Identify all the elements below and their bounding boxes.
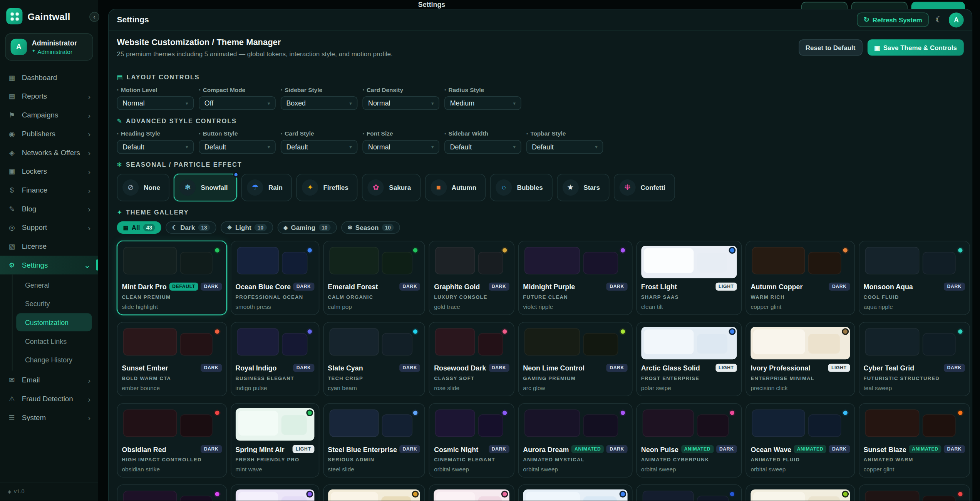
theme-card-graphite-gold[interactable]: Graphite GoldDARKLUXURY CONSOLEgold trac… <box>429 241 514 315</box>
sidebar-item-blog[interactable]: ✎Blog› <box>0 199 98 218</box>
theme-card-monsoon-aqua[interactable]: Monsoon AquaDARKCOOL FLUIDaqua ripple <box>859 241 970 315</box>
theme-card-aurora-dream[interactable]: Aurora DreamANIMATEDDARKANIMATED MYSTICA… <box>518 403 632 478</box>
theme-category: FUTURISTIC STRUCTURED <box>864 375 965 381</box>
theme-card-slate-cyan[interactable]: Slate CyanDARKTECH CRISPcyan beam <box>323 322 425 396</box>
profile-card[interactable]: A Administrator ✦Administrator <box>5 33 93 60</box>
theme-card-midnight-purple[interactable]: Midnight PurpleDARKFUTURE CLEANviolet ri… <box>518 241 632 315</box>
sidebar-style-select[interactable]: Boxed▾ <box>281 96 358 110</box>
sidebar-subitem-customization[interactable]: Customization <box>16 313 92 331</box>
theme-name-row: Rosewood DarkDARK <box>434 364 509 372</box>
profile-role: ✦Administrator <box>32 48 77 55</box>
filter-season[interactable]: ❄Season10 <box>341 221 400 234</box>
theme-card-spring-mint-air[interactable]: Spring Mint AirLIGHTFRESH FRIENDLY PROmi… <box>230 403 319 478</box>
particle-option-bubbles[interactable]: ○Bubbles <box>490 174 552 201</box>
reset-to-default-button[interactable]: Reset to Default <box>799 39 862 55</box>
sidebar-item-lockers[interactable]: ▣Lockers› <box>0 162 98 181</box>
theme-card-partial[interactable] <box>518 484 632 501</box>
theme-card-mint-dark-pro[interactable]: Mint Dark ProDEFAULTDARKCLEAN PREMIUMsli… <box>117 241 227 315</box>
particle-option-sakura[interactable]: ✿Sakura <box>362 174 420 201</box>
app-root: Settings Gaintwall ‹ A Administrator ✦Ad… <box>0 0 980 501</box>
theme-card-ivory-professional[interactable]: Ivory ProfessionalLIGHTENTERPRISE MINIMA… <box>746 322 855 396</box>
theme-card-sunset-ember[interactable]: Sunset EmberDARKBOLD WARM CTAember bounc… <box>117 322 227 396</box>
theme-card-partial[interactable] <box>859 484 970 501</box>
sidebar-item-system[interactable]: ☰System› <box>0 408 98 427</box>
particle-option-snowfall[interactable]: ❄Snowfall <box>174 174 237 201</box>
theme-card-obsidian-red[interactable]: Obsidian RedDARKHIGH IMPACT CONTROLLEDob… <box>117 403 227 478</box>
filter-all[interactable]: ▦All43 <box>117 221 162 234</box>
theme-toggle-button[interactable]: ☾ <box>935 16 943 24</box>
sidebar-subitem-change-history[interactable]: Change History <box>16 351 92 369</box>
motion-level-select[interactable]: Normal▾ <box>117 96 194 110</box>
card-style-select[interactable]: Default▾ <box>281 140 358 154</box>
sidebar-item-fraud-detection[interactable]: ⚠Fraud Detection› <box>0 389 98 408</box>
sidebar-item-dashboard[interactable]: ▦Dashboard <box>0 68 98 87</box>
refresh-system-button[interactable]: ↻Refresh System <box>857 12 929 27</box>
particle-option-rain[interactable]: ☂Rain <box>241 174 292 201</box>
theme-card-neon-pulse[interactable]: Neon PulseANIMATEDDARKANIMATED CYBERPUNK… <box>636 403 742 478</box>
sidebar-subitem-contact-links[interactable]: Contact Links <box>16 332 92 350</box>
theme-card-frost-light[interactable]: Frost LightLIGHTSHARP SAASclean tilt <box>636 241 742 315</box>
button-style-select[interactable]: Default▾ <box>199 140 276 154</box>
sidebar-item-email[interactable]: ✉Email› <box>0 370 98 389</box>
theme-card-autumn-copper[interactable]: Autumn CopperDARKWARM RICHcopper glint <box>746 241 855 315</box>
compact-mode-select[interactable]: Off▾ <box>199 96 276 110</box>
sidebar-collapse-button[interactable]: ‹ <box>89 12 99 22</box>
sidebar-subitem-security[interactable]: Security <box>16 294 92 312</box>
save-theme-button[interactable]: ▣Save Theme & Controls <box>867 39 963 55</box>
user-avatar[interactable]: A <box>949 12 964 27</box>
theme-card-cosmic-night[interactable]: Cosmic NightDARKCINEMATIC ELEGANTorbital… <box>429 403 514 478</box>
filter-count-badge: 43 <box>143 224 156 231</box>
sidebar-item-settings[interactable]: ⚙Settings⌄ <box>0 256 98 275</box>
topbar-style-select[interactable]: Default▾ <box>526 140 603 154</box>
theme-card-partial[interactable] <box>323 484 425 501</box>
theme-card-royal-indigo[interactable]: Royal IndigoDARKBUSINESS ELEGANTindigo p… <box>230 322 319 396</box>
filter-light[interactable]: ☀Light10 <box>221 221 273 234</box>
sidebar-item-reports[interactable]: ▤Reports› <box>0 87 98 106</box>
preview-swatch <box>865 328 919 355</box>
particle-option-stars[interactable]: ★Stars <box>557 174 610 201</box>
font-size-select[interactable]: Normal▾ <box>362 140 439 154</box>
sidebar-subitem-general[interactable]: General <box>16 276 92 294</box>
theme-card-sunset-blaze[interactable]: Sunset BlazeANIMATEDDARKANIMATED WARMcop… <box>859 403 970 478</box>
preview-swatch <box>180 333 213 355</box>
app-logo-icon <box>6 8 22 24</box>
theme-card-partial[interactable] <box>636 484 742 501</box>
sidebar-item-finance[interactable]: $Finance› <box>0 181 98 199</box>
theme-card-rosewood-dark[interactable]: Rosewood DarkDARKCLASSY SOFTrose slide <box>429 322 514 396</box>
particle-option-none[interactable]: ⊘None <box>117 174 170 201</box>
theme-card-ocean-wave[interactable]: Ocean WaveANIMATEDDARKANIMATED FLUIDorbi… <box>746 403 855 478</box>
avatar: A <box>11 39 27 55</box>
radius-style-field: ▪Radius StyleMedium▾ <box>444 86 521 110</box>
sidebar-item-license[interactable]: ▧License <box>0 237 98 256</box>
theme-card-cyber-teal-grid[interactable]: Cyber Teal GridDARKFUTURISTIC STRUCTURED… <box>859 322 970 396</box>
theme-accent-dot <box>619 328 626 335</box>
theme-name: Steel Blue Enterprise <box>328 445 397 452</box>
sidebar-width-select[interactable]: Default▾ <box>444 140 521 154</box>
theme-card-steel-blue-enterprise[interactable]: Steel Blue EnterpriseDARKSERIOUS ADMINst… <box>323 403 425 478</box>
theme-card-partial[interactable] <box>746 484 855 501</box>
theme-card-emerald-forest[interactable]: Emerald ForestDARKCALM ORGANICcalm pop <box>323 241 425 315</box>
theme-card-partial[interactable] <box>429 484 514 501</box>
particle-option-fireflies[interactable]: ✦Fireflies <box>297 174 358 201</box>
filter-dark[interactable]: ☾Dark13 <box>166 221 216 234</box>
theme-card-partial[interactable] <box>230 484 319 501</box>
card-density-select[interactable]: Normal▾ <box>362 96 439 110</box>
theme-name-row: Arctic Glass SolidLIGHT <box>641 364 737 372</box>
sidebar-item-support[interactable]: ◎Support› <box>0 218 98 237</box>
sidebar-item-publishers[interactable]: ◉Publishers› <box>0 124 98 143</box>
theme-card-ocean-blue-core[interactable]: Ocean Blue CoreDARKPROFESSIONAL OCEANsmo… <box>230 241 319 315</box>
theme-name: Cyber Teal Grid <box>864 364 941 371</box>
theme-card-neon-lime-control[interactable]: Neon Lime ControlDARKGAMING PREMIUMarc g… <box>518 322 632 396</box>
theme-card-arctic-glass-solid[interactable]: Arctic Glass SolidLIGHTFROST ENTERPRISEp… <box>636 322 742 396</box>
radius-style-select[interactable]: Medium▾ <box>444 96 521 110</box>
particle-option-confetti[interactable]: ❉Confetti <box>614 174 675 201</box>
theme-name: Neon Lime Control <box>523 364 604 371</box>
particle-option-autumn[interactable]: ■Autumn <box>425 174 486 201</box>
theme-card-partial[interactable] <box>117 484 227 501</box>
filter-gaming[interactable]: ◆Gaming10 <box>277 221 337 234</box>
sidebar-item-networks-offers[interactable]: ◈Networks & Offers› <box>0 143 98 162</box>
system-icon: ☰ <box>7 414 16 422</box>
theme-preview <box>641 327 737 359</box>
sidebar-item-campaigns[interactable]: ⚑Campaigns› <box>0 106 98 124</box>
heading-style-select[interactable]: Default▾ <box>117 140 194 154</box>
